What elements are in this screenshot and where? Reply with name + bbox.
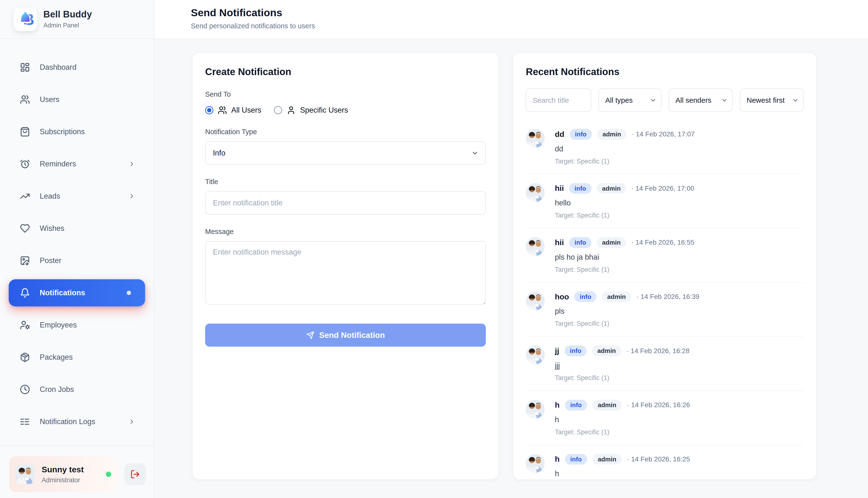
avatar-photo-icon (526, 399, 545, 419)
sidebar-item-label: Notifications (40, 288, 85, 297)
sidebar-item-leads[interactable]: Leads (9, 183, 145, 210)
notification-type-select[interactable]: Info (205, 141, 486, 165)
shopping-bag-icon (20, 127, 30, 137)
bell-icon (20, 288, 30, 298)
sidebar-item-label: Poster (40, 256, 62, 265)
sidebar-item-packages[interactable]: Packages (9, 344, 145, 371)
select-value: All types (605, 96, 648, 104)
avatar-photo-icon (526, 183, 545, 202)
sidebar-item-poster[interactable]: Poster (9, 247, 145, 274)
sidebar-item-label: Employees (40, 321, 77, 329)
users-icon (218, 106, 227, 115)
sender-filter-select[interactable]: All senders (669, 88, 733, 112)
avatar (526, 183, 545, 202)
radio-specific-users[interactable]: Specific Users (274, 106, 348, 115)
type-badge: info (569, 183, 591, 194)
sidebar-item-notification-logs[interactable]: Notification Logs (9, 408, 145, 435)
search-input[interactable] (526, 88, 591, 112)
sidebar-item-notifications[interactable]: Notifications (9, 279, 145, 306)
content: Create Notification Send To All Users Sp… (154, 39, 868, 480)
sidebar-item-dashboard[interactable]: Dashboard (9, 54, 145, 81)
sidebar-header: Bell Buddy Admin Panel (0, 0, 154, 39)
profile-role: Administrator (42, 476, 84, 484)
logout-button[interactable] (124, 463, 146, 485)
sidebar: Bell Buddy Admin Panel Dashboard Users S… (0, 0, 154, 498)
sender-badge: admin (592, 454, 622, 465)
sidebar-footer: Sunny test Administrator (0, 446, 154, 498)
notification-target: Target: Specific (1) (555, 266, 804, 274)
user-icon (287, 106, 296, 115)
notification-date: · 14 Feb 2026, 16:26 (627, 401, 690, 409)
sidebar-item-label: Dashboard (40, 63, 77, 72)
notification-item[interactable]: h info admin · 14 Feb 2026, 16:26 h Targ… (526, 391, 804, 445)
avatar-photo-icon (526, 237, 545, 256)
app-title: Bell Buddy (43, 9, 92, 19)
avatar-photo-icon (526, 291, 545, 310)
app-subtitle: Admin Panel (43, 22, 92, 29)
message-textarea[interactable] (205, 241, 486, 305)
sidebar-item-label: Packages (40, 353, 73, 362)
radio-unselected[interactable] (274, 106, 282, 114)
message-label: Message (205, 228, 486, 236)
notification-item[interactable]: hii info admin · 14 Feb 2026, 17:00 hell… (526, 174, 804, 229)
sidebar-item-subscriptions[interactable]: Subscriptions (9, 118, 145, 145)
active-indicator-dot (127, 291, 131, 295)
notification-title: hii (555, 184, 564, 193)
sidebar-item-label: Cron Jobs (40, 385, 74, 394)
main-area: Send Notifications Send personalized not… (154, 0, 868, 498)
send-to-options: All Users Specific Users (205, 106, 486, 115)
sender-badge: admin (597, 129, 627, 140)
notification-item[interactable]: dd info admin · 14 Feb 2026, 17:07 dd Ta… (526, 120, 804, 174)
notification-message: hello (555, 199, 804, 207)
dashboard-icon (20, 62, 30, 73)
sidebar-item-cron-jobs[interactable]: Cron Jobs (9, 376, 145, 403)
sidebar-item-label: Wishes (40, 224, 64, 233)
sort-filter-select[interactable]: Newest first (740, 88, 804, 112)
alarm-clock-icon (20, 159, 30, 169)
title-label: Title (205, 178, 486, 186)
notification-date: · 14 Feb 2026, 16:25 (627, 455, 690, 463)
chevron-right-icon (128, 160, 135, 168)
notification-item[interactable]: h info admin · 14 Feb 2026, 16:25 h Targ… (526, 445, 804, 480)
users-icon (20, 94, 30, 105)
notification-target: Target: Specific (1) (555, 212, 804, 219)
recent-notifications-card: Recent Notifications All types All sende… (513, 52, 817, 480)
sender-badge: admin (597, 183, 626, 194)
avatar-photo-icon (526, 454, 545, 473)
type-badge: info (569, 237, 591, 248)
sidebar-item-users[interactable]: Users (9, 86, 145, 113)
chevron-down-icon (471, 149, 478, 157)
chevron-right-icon (128, 193, 135, 200)
profile-name: Sunny test (42, 465, 84, 474)
title-input[interactable] (205, 191, 486, 214)
select-value: All senders (675, 96, 719, 104)
notification-item[interactable]: jj info admin · 14 Feb 2026, 16:28 jjj T… (526, 337, 804, 391)
sidebar-item-employees[interactable]: Employees (9, 312, 145, 339)
notification-date: · 14 Feb 2026, 17:00 (631, 185, 694, 192)
user-profile-card[interactable]: Sunny test Administrator (9, 456, 118, 492)
sender-badge: admin (592, 399, 622, 410)
send-notification-button[interactable]: Send Notification (205, 324, 486, 346)
image-down-icon (20, 255, 30, 266)
notification-item[interactable]: hoo info admin · 14 Feb 2026, 16:39 pls … (526, 283, 804, 337)
page-title: Send Notifications (191, 7, 868, 19)
notification-target: Target: Specific (1) (555, 374, 804, 382)
notification-type-label: Notification Type (205, 128, 486, 136)
notification-title: h (555, 455, 560, 463)
send-button-label: Send Notification (319, 331, 385, 340)
notification-item[interactable]: hii info admin · 14 Feb 2026, 16:55 pls … (526, 228, 804, 283)
sidebar-item-reminders[interactable]: Reminders (9, 150, 145, 178)
notification-title: hoo (555, 292, 569, 301)
radio-selected[interactable] (205, 106, 213, 114)
package-icon (20, 352, 30, 362)
sidebar-item-label: Notification Logs (40, 417, 95, 426)
type-filter-select[interactable]: All types (599, 88, 661, 112)
radio-all-users[interactable]: All Users (205, 106, 261, 115)
avatar-photo-icon (526, 129, 545, 148)
sidebar-item-label: Reminders (40, 160, 76, 168)
notification-date: · 14 Feb 2026, 16:55 (631, 239, 694, 246)
sidebar-item-wishes[interactable]: Wishes (9, 215, 145, 242)
notification-title: jj (555, 346, 559, 355)
chevron-down-icon (721, 97, 728, 104)
notification-message: h (555, 416, 804, 424)
